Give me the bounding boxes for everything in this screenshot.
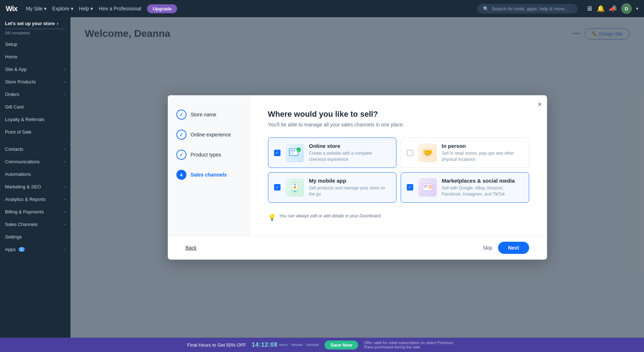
sidebar-item-label: Communications (5, 159, 40, 164)
mobile-app-info: My mobile app Sell products and manage y… (309, 178, 390, 197)
bottom-promotion-bar: Final Hours to Get 50% OFF 14:12:08 Hour… (0, 338, 644, 352)
mobile-app-checkbox: ✓ (274, 184, 280, 191)
step-online-experience[interactable]: Online experience (176, 130, 241, 140)
sidebar-item-label: Apps (5, 247, 16, 252)
search-placeholder: Search for tools, apps, help & more... (492, 6, 569, 11)
chevron-right-icon: › (64, 160, 65, 164)
online-store-icon: ✓ (286, 144, 304, 162)
sidebar-item-label: Setup (5, 42, 17, 47)
step-label-2: Online experience (191, 132, 231, 138)
search-icon: 🔍 (483, 6, 489, 11)
marketplace-info: Marketplaces & social media Sell with Go… (442, 178, 523, 197)
setup-header[interactable]: Let's set up your store › (0, 17, 70, 28)
save-now-button[interactable]: Save Now (325, 341, 358, 349)
channel-card-mobile-app[interactable]: ✓ 💰 My mobile a (268, 172, 396, 203)
mobile-app-desc: Sell products and manage your store on t… (309, 185, 390, 197)
progress-bar (5, 28, 65, 29)
step-product-types[interactable]: Product types (176, 150, 241, 160)
sidebar-item-home[interactable]: Home (0, 50, 70, 63)
channels-grid: ✓ ✓ (268, 138, 529, 202)
step-sales-channels[interactable]: 4 Sales channels (176, 170, 241, 180)
step-label-3: Product types (191, 152, 221, 158)
sidebar-item-analytics[interactable]: Analytics & Reports › (0, 193, 70, 206)
countdown-timer: 14:12:08 (252, 342, 278, 348)
svg-text:💰: 💰 (293, 185, 297, 189)
sidebar-item-label: Gift Card (5, 104, 24, 110)
svg-text:🤝: 🤝 (423, 148, 433, 158)
svg-text:❤: ❤ (429, 186, 431, 188)
nav-help[interactable]: Help ▾ (79, 6, 93, 11)
sidebar-item-label: Point of Sale (5, 129, 31, 135)
sidebar-item-setup[interactable]: Setup (0, 38, 70, 50)
sales-channels-modal: × Store name Online experience Product t… (168, 95, 547, 259)
channel-card-online-store[interactable]: ✓ ✓ (268, 138, 396, 168)
step-label-1: Store name (191, 112, 216, 117)
svg-text:✓: ✓ (297, 149, 300, 152)
sidebar-item-apps[interactable]: Apps 1 › (0, 243, 70, 256)
step-store-name[interactable]: Store name (176, 110, 241, 120)
sidebar-item-settings[interactable]: Settings (0, 231, 70, 243)
hours-label: Hours (279, 343, 288, 347)
sidebar-item-label: Billing & Payments (5, 209, 44, 214)
modal-close-button[interactable]: × (538, 100, 542, 109)
avatar[interactable]: D (621, 3, 632, 14)
modal-overlay: × Store name Online experience Product t… (70, 17, 644, 338)
sidebar-item-communications[interactable]: Communications › (0, 155, 70, 168)
chevron-right-icon: › (64, 222, 65, 226)
sidebar-item-label: Automations (5, 172, 31, 177)
skip-button[interactable]: Skip (483, 245, 492, 251)
chevron-down-icon: ▾ (91, 6, 93, 11)
nav-my-site[interactable]: My Site ▾ (26, 6, 47, 11)
top-navigation: Wix My Site ▾ Explore ▾ Help ▾ Hire a Pr… (0, 0, 644, 17)
upgrade-button[interactable]: Upgrade (147, 4, 177, 13)
nav-explore[interactable]: Explore ▾ (52, 6, 73, 11)
nav-icon-group: 🖥 🔔 📣 D ▾ (586, 3, 638, 14)
chevron-right-icon: › (57, 21, 58, 26)
svg-rect-3 (290, 152, 294, 153)
search-bar[interactable]: 🔍 Search for tools, apps, help & more... (477, 4, 577, 14)
sidebar-item-label: Loyalty & Referrals (5, 117, 44, 122)
sidebar-item-contacts[interactable]: Contacts › (0, 143, 70, 155)
in-person-icon: 🤝 (418, 144, 437, 162)
modal-title: Where would you like to sell? (268, 110, 529, 119)
modal-footer: Back Skip Next (168, 236, 547, 260)
sidebar-item-label: Orders (5, 92, 19, 97)
sidebar-item-loyalty[interactable]: Loyalty & Referrals (0, 113, 70, 126)
next-button[interactable]: Next (498, 242, 529, 254)
sidebar-item-marketing[interactable]: Marketing & SEO › (0, 180, 70, 193)
chevron-down-icon: ▾ (44, 6, 47, 11)
sidebar-item-label: Home (5, 54, 18, 59)
sidebar-item-label: Settings (5, 234, 22, 240)
mobile-app-name: My mobile app (309, 178, 390, 184)
modal-main-content: Where would you like to sell? You'll be … (250, 95, 547, 235)
sidebar-item-sales-channels[interactable]: Sales Channels › (0, 218, 70, 231)
channel-card-marketplace[interactable]: ✓ ❤ Marketplaces (401, 172, 529, 203)
offer-text: Offer valid for initial subscription on … (364, 341, 457, 349)
in-person-checkbox (407, 150, 413, 156)
back-button[interactable]: Back (186, 245, 197, 251)
sidebar-item-point-of-sale[interactable]: Point of Sale (0, 126, 70, 138)
megaphone-icon[interactable]: 📣 (609, 5, 617, 13)
bell-icon[interactable]: 🔔 (597, 5, 605, 13)
chevron-right-icon: › (64, 197, 65, 201)
nav-hire[interactable]: Hire a Professional (99, 6, 141, 11)
marketplace-name: Marketplaces & social media (442, 178, 523, 184)
sidebar-item-orders[interactable]: Orders › (0, 88, 70, 101)
mobile-app-icon: 💰 (286, 178, 304, 197)
sidebar-item-automations[interactable]: Automations (0, 168, 70, 180)
sidebar-item-gift-card[interactable]: Gift Card (0, 101, 70, 113)
chevron-down-icon: ▾ (71, 6, 73, 11)
channel-card-in-person[interactable]: 🤝 In person Sell in retail stores, pop-u… (401, 138, 529, 168)
sidebar-item-store-products[interactable]: Store Products › (0, 76, 70, 88)
in-person-info: In person Sell in retail stores, pop-ups… (442, 143, 523, 163)
sidebar-item-billing[interactable]: Billing & Payments › (0, 206, 70, 218)
chevron-down-icon[interactable]: ▾ (636, 6, 638, 11)
sidebar-item-site-app[interactable]: Site & App › (0, 63, 70, 76)
svg-rect-17 (424, 185, 428, 186)
minutes-label: Minutes (291, 343, 303, 347)
svg-point-13 (294, 191, 296, 192)
marketplace-checkbox: ✓ (407, 184, 413, 191)
hint-area: 💡 You can always edit or add details in … (268, 213, 529, 221)
timer-group: 14:12:08 Hours · Minutes · Seconds (252, 342, 319, 348)
monitor-icon[interactable]: 🖥 (586, 5, 592, 13)
